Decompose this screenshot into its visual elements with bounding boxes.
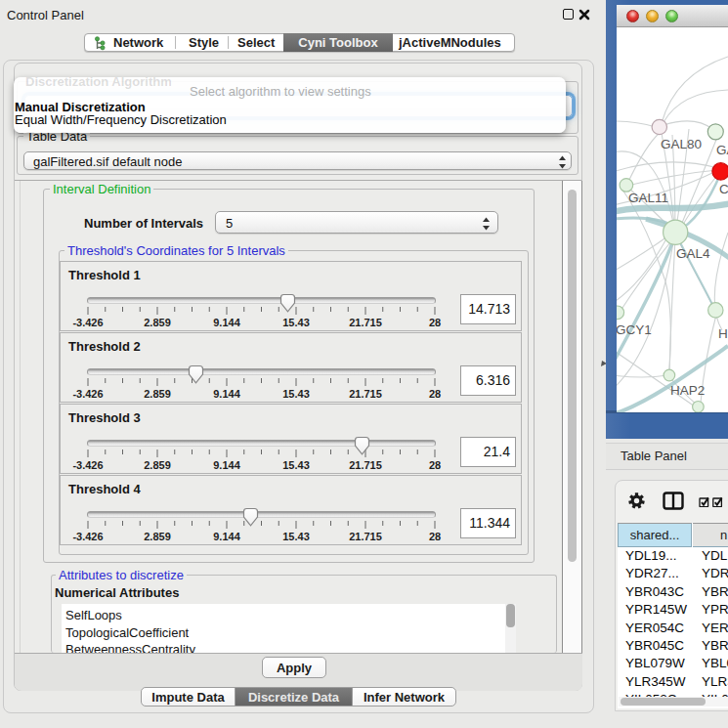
svg-text:GA: GA (716, 143, 728, 157)
svg-text:GAL11: GAL11 (628, 191, 668, 205)
svg-text:H: H (718, 326, 728, 341)
svg-text:GAL4: GAL4 (676, 246, 710, 261)
svg-text:GCY1: GCY1 (617, 322, 652, 337)
svg-text:GAL80: GAL80 (661, 137, 702, 151)
svg-text:HAP2: HAP2 (670, 383, 705, 398)
svg-text:C: C (719, 182, 728, 196)
